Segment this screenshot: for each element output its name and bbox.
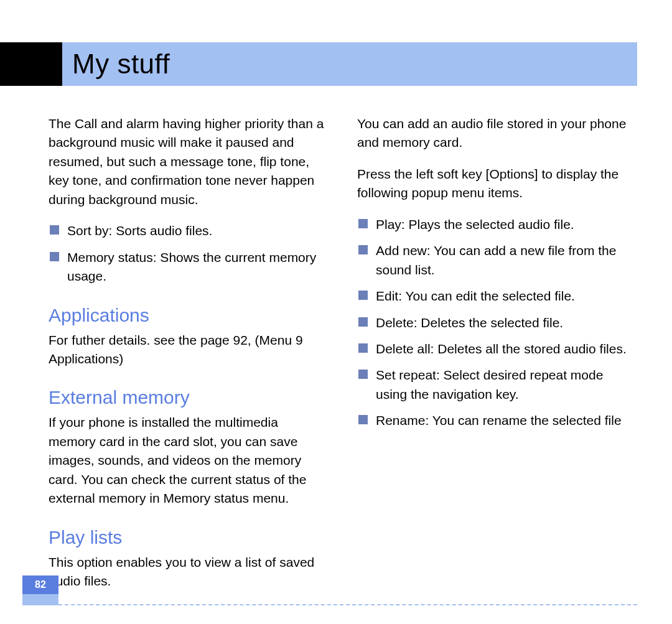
section-heading-play-lists: Play lists	[49, 527, 326, 548]
list-item: Sort by: Sorts audio files.	[49, 221, 326, 240]
right-column: You can add an audio file stored in your…	[357, 114, 635, 603]
section-heading-applications: Applications	[49, 305, 326, 326]
list-item: Delete: Deletes the selected file.	[357, 314, 635, 332]
right-paragraph-2: Press the left soft key [Options] to dis…	[357, 165, 635, 203]
options-bullet-list: Play: Plays the selected audio file. Add…	[357, 215, 635, 431]
list-item: Set repeat: Select desired repeat mode u…	[357, 366, 635, 404]
header-blue-block: My stuff	[62, 42, 637, 86]
list-item: Add new: You can add a new file from the…	[357, 241, 635, 279]
list-item: Delete all: Deletes all the stored audio…	[357, 340, 635, 358]
intro-paragraph: The Call and alarm having higher priorit…	[49, 114, 326, 209]
page-header: My stuff	[0, 42, 637, 86]
page-footer: 82	[22, 575, 637, 605]
external-memory-body: If your phone is installed the multimedi…	[49, 413, 326, 508]
left-column: The Call and alarm having higher priorit…	[49, 114, 326, 603]
applications-body: For futher details. see the page 92, (Me…	[49, 331, 326, 369]
bullet-list-a: Sort by: Sorts audio files. Memory statu…	[49, 221, 326, 286]
page-number: 82	[22, 575, 58, 594]
content-area: The Call and alarm having higher priorit…	[49, 114, 635, 603]
list-item: Memory status: Shows the current memory …	[49, 248, 326, 286]
list-item: Edit: You can edit the selected file.	[357, 287, 635, 305]
header-black-block	[0, 42, 62, 86]
footer-divider	[58, 604, 637, 605]
right-paragraph-1: You can add an audio file stored in your…	[357, 114, 635, 152]
page-title: My stuff	[72, 49, 170, 80]
list-item: Play: Plays the selected audio file.	[357, 215, 635, 234]
list-item: Rename: You can rename the selected file	[357, 411, 635, 430]
footer-color-bar	[22, 594, 58, 605]
section-heading-external-memory: External memory	[49, 387, 326, 408]
